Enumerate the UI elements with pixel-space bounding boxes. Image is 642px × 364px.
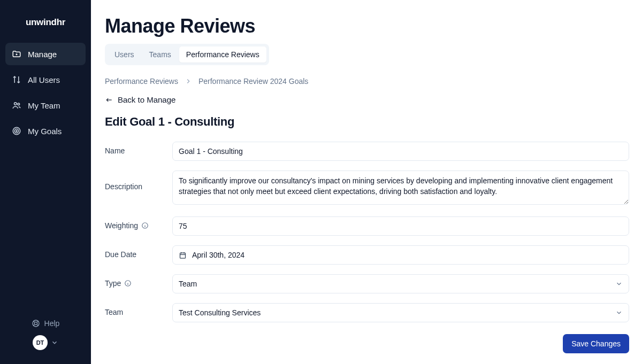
folder-icon <box>12 49 21 59</box>
weighting-input[interactable] <box>172 216 629 236</box>
info-icon[interactable] <box>124 280 132 287</box>
tabs: Users Teams Performance Reviews <box>105 44 269 65</box>
chevron-right-icon <box>185 78 192 85</box>
help-link[interactable]: Help <box>32 319 60 328</box>
due-date-picker[interactable]: April 30th, 2024 <box>172 245 629 265</box>
svg-point-1 <box>18 103 20 105</box>
due-date-value: April 30th, 2024 <box>192 251 244 259</box>
sidebar: unwindhr Manage All Users My Team My Goa… <box>0 0 91 364</box>
breadcrumb: Performance Reviews Performance Review 2… <box>105 77 629 86</box>
label-due-date: Due Date <box>105 245 172 259</box>
tab-performance-reviews[interactable]: Performance Reviews <box>179 47 266 63</box>
sort-icon <box>12 75 21 84</box>
arrow-left-icon <box>105 96 113 104</box>
section-title: Edit Goal 1 - Consulting <box>105 115 629 129</box>
tab-users[interactable]: Users <box>108 47 141 63</box>
chevron-down-icon <box>51 339 58 346</box>
calendar-icon <box>179 251 187 259</box>
description-textarea[interactable] <box>172 171 629 205</box>
users-icon <box>12 100 21 110</box>
sidebar-item-label: Manage <box>28 50 57 59</box>
help-label: Help <box>44 319 60 328</box>
svg-point-2 <box>13 127 20 135</box>
life-buoy-icon <box>32 319 40 328</box>
svg-point-6 <box>34 322 37 324</box>
sidebar-item-my-team[interactable]: My Team <box>5 94 86 117</box>
main-content: Manage Reviews Users Teams Performance R… <box>91 0 642 364</box>
form-row-weighting: Weighting <box>105 216 629 236</box>
label-description: Description <box>105 171 172 191</box>
sidebar-nav: Manage All Users My Team My Goals <box>5 43 86 142</box>
sidebar-item-label: My Team <box>28 101 60 110</box>
chevron-down-icon <box>615 280 623 288</box>
sidebar-bottom: Help DT <box>5 319 86 359</box>
svg-point-0 <box>14 103 17 105</box>
label-type: Type <box>105 274 172 288</box>
label-name: Name <box>105 142 172 155</box>
form-row-team: Team Test Consulting Services <box>105 303 629 322</box>
brand-logo: unwindhr <box>5 5 86 43</box>
back-link-label: Back to Manage <box>118 95 175 104</box>
form-row-description: Description <box>105 171 629 207</box>
breadcrumb-current[interactable]: Performance Review 2024 Goals <box>198 77 308 86</box>
type-select[interactable]: Team <box>172 274 629 293</box>
form-actions: Save Changes <box>105 334 629 353</box>
sidebar-item-all-users[interactable]: All Users <box>5 68 86 91</box>
svg-point-3 <box>14 129 19 133</box>
svg-point-4 <box>16 130 17 131</box>
target-icon <box>12 126 21 136</box>
form-row-due-date: Due Date April 30th, 2024 <box>105 245 629 265</box>
tab-teams[interactable]: Teams <box>142 47 178 63</box>
label-team: Team <box>105 303 172 316</box>
sidebar-item-my-goals[interactable]: My Goals <box>5 120 86 142</box>
chevron-down-icon <box>615 309 623 316</box>
save-button[interactable]: Save Changes <box>563 334 629 353</box>
sidebar-item-manage[interactable]: Manage <box>5 43 86 65</box>
form-row-type: Type Team <box>105 274 629 293</box>
sidebar-item-label: All Users <box>28 75 60 84</box>
breadcrumb-performance-reviews[interactable]: Performance Reviews <box>105 77 178 86</box>
avatar: DT <box>33 335 48 350</box>
svg-rect-8 <box>180 253 186 258</box>
info-icon[interactable] <box>141 222 149 229</box>
name-input[interactable] <box>172 142 629 161</box>
team-value: Test Consulting Services <box>179 308 261 317</box>
team-select[interactable]: Test Consulting Services <box>172 303 629 322</box>
back-link[interactable]: Back to Manage <box>105 95 175 104</box>
type-value: Team <box>179 280 197 288</box>
page-title: Manage Reviews <box>105 15 629 37</box>
form-row-name: Name <box>105 142 629 161</box>
user-menu[interactable]: DT <box>33 335 58 350</box>
sidebar-item-label: My Goals <box>28 127 62 136</box>
label-weighting: Weighting <box>105 216 172 230</box>
